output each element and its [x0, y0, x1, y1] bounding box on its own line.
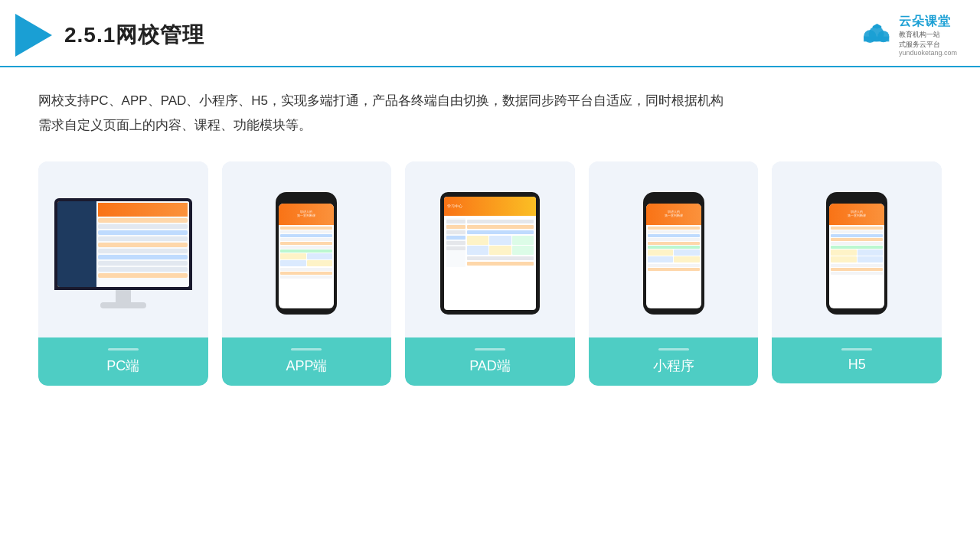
brand-url: yunduoketang.com — [899, 49, 957, 57]
header: 2.5.1网校管理 云朵课堂 教育机构一站 式服务云平台 yunduoketan… — [0, 0, 980, 67]
page-title: 2.5.1网校管理 — [64, 21, 204, 50]
pc-image-area — [38, 161, 208, 337]
miniapp-phone: 职进人的第一堂判断课 — [643, 192, 704, 315]
monitor-screen-inner — [57, 201, 189, 287]
phone-frame-app: 职进人的第一堂判断课 — [276, 192, 337, 315]
brand-name: 云朵课堂 — [899, 14, 951, 30]
pad-tablet: 学习中心 — [440, 192, 540, 315]
device-card-h5: 职进人的第一堂判断课 — [772, 161, 942, 383]
phone-frame-miniapp: 职进人的第一堂判断课 — [643, 192, 704, 315]
device-card-pc: PC端 — [38, 161, 208, 386]
app-label: APP端 — [222, 337, 392, 386]
ms-sidebar — [57, 201, 97, 287]
svg-rect-3 — [864, 37, 889, 42]
device-card-pad: 学习中心 — [405, 161, 575, 386]
device-card-miniapp: 职进人的第一堂判断课 — [589, 161, 759, 386]
h5-label: H5 — [772, 337, 942, 383]
miniapp-label: 小程序 — [589, 337, 759, 386]
phone-screen-miniapp: 职进人的第一堂判断课 — [646, 204, 701, 308]
tablet-frame: 学习中心 — [440, 192, 540, 315]
tablet-sidebar — [446, 218, 466, 267]
phone-notch-h5 — [848, 198, 866, 202]
logo-triangle-icon — [15, 14, 52, 57]
header-right: 云朵课堂 教育机构一站 式服务云平台 yunduoketang.com — [856, 14, 957, 57]
device-card-app: 职进人的第一堂判断课 — [222, 161, 392, 386]
description-text: 网校支持PC、APP、PAD、小程序、H5，实现多端打通，产品各终端自由切换，数… — [38, 89, 942, 139]
app-image-area: 职进人的第一堂判断课 — [222, 161, 392, 337]
phone-screen-h5: 职进人的第一堂判断课 — [829, 204, 884, 308]
monitor-base — [100, 302, 146, 308]
cloud-icon — [856, 21, 894, 49]
phone-frame-h5: 职进人的第一堂判断课 — [826, 192, 887, 315]
tablet-main — [467, 218, 534, 267]
brand-text: 云朵课堂 教育机构一站 式服务云平台 yunduoketang.com — [899, 14, 957, 57]
brand-tagline: 教育机构一站 式服务云平台 — [899, 30, 940, 49]
phone-screen-app: 职进人的第一堂判断课 — [279, 204, 334, 308]
phone-notch-miniapp — [665, 198, 683, 202]
pc-monitor — [54, 198, 192, 308]
header-left: 2.5.1网校管理 — [15, 14, 204, 57]
monitor-neck — [116, 290, 131, 302]
monitor-screen-wrapper — [54, 198, 192, 290]
pad-label: PAD端 — [405, 337, 575, 386]
brand-logo: 云朵课堂 教育机构一站 式服务云平台 yunduoketang.com — [856, 14, 957, 57]
tablet-screen: 学习中心 — [444, 197, 536, 310]
pc-label: PC端 — [38, 337, 208, 386]
phone-notch — [297, 198, 315, 202]
device-cards-container: PC端 职进人的第一堂判断课 — [38, 161, 942, 386]
ms-main — [96, 201, 188, 287]
app-phone: 职进人的第一堂判断课 — [276, 192, 337, 315]
main-content: 网校支持PC、APP、PAD、小程序、H5，实现多端打通，产品各终端自由切换，数… — [0, 67, 980, 401]
pad-image-area: 学习中心 — [405, 161, 575, 337]
miniapp-image-area: 职进人的第一堂判断课 — [589, 161, 759, 337]
h5-phone: 职进人的第一堂判断课 — [826, 192, 887, 315]
h5-image-area: 职进人的第一堂判断课 — [772, 161, 942, 337]
monitor-screen — [57, 201, 189, 287]
ms-header-bar — [98, 203, 187, 217]
